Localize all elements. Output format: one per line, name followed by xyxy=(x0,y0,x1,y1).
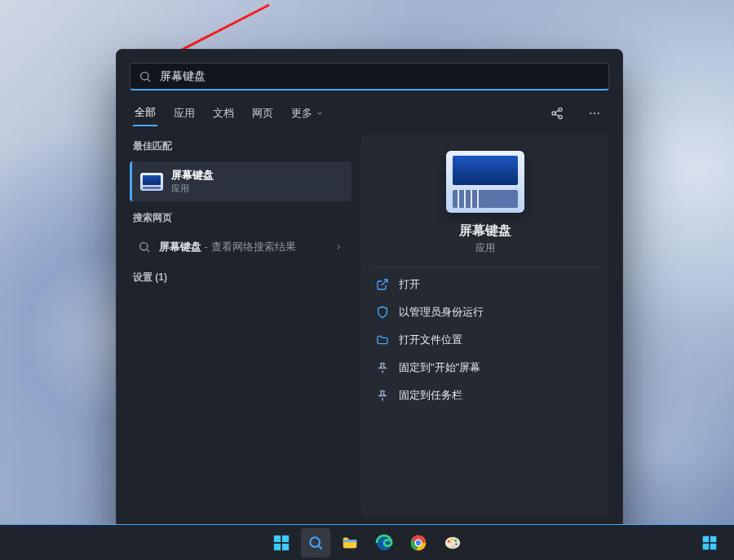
web-search-item[interactable]: 屏幕键盘 - 查看网络搜索结果 xyxy=(130,233,352,261)
chevron-down-icon xyxy=(316,109,324,117)
web-search-suffix: - 查看网络搜索结果 xyxy=(201,240,296,253)
svg-point-11 xyxy=(598,112,599,114)
filter-tabs: 全部 应用 文档 网页 更多 xyxy=(117,99,622,128)
action-run-as-admin[interactable]: 以管理员身份运行 xyxy=(371,298,599,326)
svg-line-13 xyxy=(147,249,149,252)
tab-documents[interactable]: 文档 xyxy=(211,101,236,126)
action-pin-to-start[interactable]: 固定到"开始"屏幕 xyxy=(371,354,599,381)
on-screen-keyboard-icon xyxy=(140,173,163,191)
taskbar-paint-button[interactable] xyxy=(438,528,467,558)
taskbar-start-button-right[interactable] xyxy=(695,528,724,558)
on-screen-keyboard-icon xyxy=(446,151,524,213)
svg-line-20 xyxy=(319,545,322,549)
action-open-file-location[interactable]: 打开文件位置 xyxy=(371,326,599,354)
shield-icon xyxy=(376,306,389,319)
share-button[interactable] xyxy=(546,102,568,125)
tab-label: 全部 xyxy=(135,105,156,120)
svg-point-4 xyxy=(559,108,562,111)
action-label: 固定到任务栏 xyxy=(399,388,462,403)
taskbar-edge-button[interactable] xyxy=(369,528,399,558)
action-label: 打开文件位置 xyxy=(399,333,462,347)
taskbar-explorer-button[interactable] xyxy=(335,528,365,558)
svg-point-19 xyxy=(310,537,320,547)
tab-label: 应用 xyxy=(174,106,195,121)
taskbar-start-button[interactable] xyxy=(267,528,296,558)
results-panel: 最佳匹配 屏幕键盘 应用 搜索网页 屏幕键盘 - 查看网络搜索结果 xyxy=(130,134,352,516)
best-match-item[interactable]: 屏幕键盘 应用 xyxy=(130,161,352,201)
taskbar-chrome-button[interactable] xyxy=(404,528,433,558)
tab-all[interactable]: 全部 xyxy=(133,100,157,126)
svg-point-5 xyxy=(552,112,555,115)
detail-subtitle: 应用 xyxy=(475,241,495,255)
svg-rect-32 xyxy=(703,536,710,542)
svg-point-28 xyxy=(448,540,450,542)
svg-line-3 xyxy=(148,79,150,82)
svg-line-14 xyxy=(382,280,387,285)
separator xyxy=(371,267,599,267)
svg-point-9 xyxy=(590,112,591,114)
section-settings: 设置 (1) xyxy=(130,266,352,288)
svg-rect-35 xyxy=(710,543,717,549)
start-search-flyout: 全部 应用 文档 网页 更多 最佳匹配 屏幕键盘 应用 搜索网页 xyxy=(116,49,623,530)
tab-label: 文档 xyxy=(213,106,234,121)
action-pin-to-taskbar[interactable]: 固定到任务栏 xyxy=(371,381,599,409)
action-open[interactable]: 打开 xyxy=(371,271,599,298)
best-match-subtitle: 应用 xyxy=(171,183,214,195)
tab-web[interactable]: 网页 xyxy=(250,101,275,126)
search-icon xyxy=(139,70,152,83)
taskbar xyxy=(0,524,734,560)
action-label: 以管理员身份运行 xyxy=(399,305,484,320)
svg-point-10 xyxy=(594,112,595,114)
svg-point-29 xyxy=(451,537,453,540)
best-match-title: 屏幕键盘 xyxy=(171,168,214,183)
folder-icon xyxy=(376,333,389,346)
svg-rect-17 xyxy=(274,543,281,549)
detail-title: 屏幕键盘 xyxy=(459,223,511,240)
tab-more[interactable]: 更多 xyxy=(290,101,325,126)
svg-point-31 xyxy=(455,543,458,545)
chevron-right-icon xyxy=(334,242,343,252)
search-icon xyxy=(138,240,151,254)
detail-panel: 屏幕键盘 应用 打开 以管理员身份运行 打开文件位置 固定到"开始 xyxy=(361,134,609,516)
tab-label: 更多 xyxy=(291,106,312,121)
open-external-icon xyxy=(376,278,389,291)
svg-rect-16 xyxy=(282,535,289,541)
svg-rect-18 xyxy=(282,543,289,549)
web-search-query: 屏幕键盘 xyxy=(159,240,201,253)
detail-actions: 打开 以管理员身份运行 打开文件位置 固定到"开始"屏幕 固定到任务栏 xyxy=(371,271,599,409)
section-search-web: 搜索网页 xyxy=(130,206,352,228)
taskbar-search-button[interactable] xyxy=(301,528,330,558)
svg-point-30 xyxy=(454,539,457,541)
more-button[interactable] xyxy=(583,102,606,125)
action-label: 打开 xyxy=(399,277,420,292)
svg-line-8 xyxy=(555,114,559,117)
svg-rect-34 xyxy=(703,543,710,549)
svg-rect-15 xyxy=(274,535,281,541)
action-label: 固定到"开始"屏幕 xyxy=(399,360,480,375)
search-row xyxy=(117,50,622,99)
tab-label: 网页 xyxy=(252,106,273,121)
svg-line-7 xyxy=(555,110,559,112)
pin-icon xyxy=(376,361,389,374)
section-best-match: 最佳匹配 xyxy=(130,134,352,157)
search-box[interactable] xyxy=(130,63,609,90)
svg-point-12 xyxy=(140,243,148,250)
svg-rect-33 xyxy=(710,536,717,542)
svg-rect-21 xyxy=(343,540,357,542)
svg-point-2 xyxy=(141,72,148,79)
pin-icon xyxy=(376,389,389,402)
svg-point-6 xyxy=(559,116,562,119)
tab-apps[interactable]: 应用 xyxy=(172,101,197,126)
search-input[interactable] xyxy=(160,70,600,83)
